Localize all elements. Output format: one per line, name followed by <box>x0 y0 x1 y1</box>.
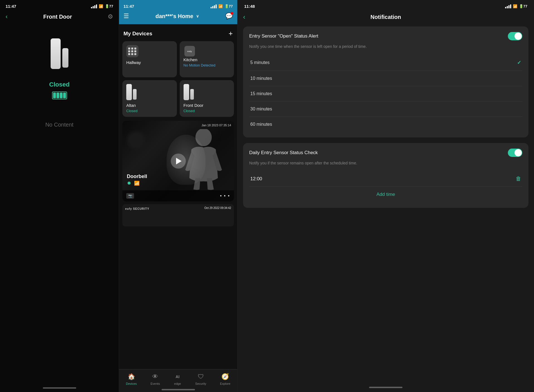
hamburger-menu-icon[interactable]: ☰ <box>123 13 129 20</box>
time-option-30min[interactable]: 30 minutes <box>249 102 522 117</box>
delete-time-button[interactable]: 🗑 <box>516 176 521 182</box>
nav-item-edge[interactable]: AI edge <box>174 373 181 385</box>
video-timestamp: Jan 18 2023 07:35:14 <box>202 124 231 127</box>
status-icons-p3: 📶 🔋77 <box>505 4 527 8</box>
battery-icon-p1: 🔋77 <box>105 4 113 8</box>
time-option-30min-label: 30 minutes <box>250 107 272 112</box>
frontdoor-sensor-tag <box>190 89 194 100</box>
scheduled-time-value: 12:00 <box>250 176 262 182</box>
no-content-label: No Content <box>45 122 73 128</box>
entry-alert-toggle[interactable] <box>508 32 522 40</box>
add-time-button[interactable]: Add time <box>249 187 522 202</box>
nav-item-events[interactable]: 👁 Events <box>150 373 160 385</box>
battery-wrapper <box>52 92 67 99</box>
chat-icon[interactable]: 💬 <box>225 13 233 20</box>
time-option-10min[interactable]: 10 minutes <box>249 71 522 86</box>
battery-icon-p2: 🔋77 <box>224 4 233 8</box>
security-nav-label: Security <box>195 382 206 385</box>
panel-home-devices: 11:47 📶 🔋77 ☰ dan***'s Home ∨ <box>119 0 238 392</box>
sensor-body <box>51 38 61 69</box>
nav-item-explore[interactable]: 🧭 Explore <box>220 373 230 385</box>
frontdoor-device-name: Front Door <box>184 103 204 108</box>
video-record-button[interactable]: 📷 <box>126 193 134 199</box>
time-option-60min[interactable]: 60 minutes <box>249 117 522 132</box>
scheduled-time-row: 12:00 🗑 <box>249 171 522 187</box>
home-indicator-p1 <box>43 387 76 389</box>
time-option-15min[interactable]: 15 minutes <box>249 86 522 102</box>
altan-sensor-tag <box>133 89 137 100</box>
video-more-button[interactable]: • • • <box>220 193 230 198</box>
wifi-icon-p3: 📶 <box>513 4 517 8</box>
device-card-frontdoor[interactable]: Front Door Closed <box>180 80 234 117</box>
time-options-list: 5 minutes ✓ 10 minutes 15 minutes 30 min… <box>249 55 522 132</box>
time-option-60min-label: 60 minutes <box>250 122 272 127</box>
explore-nav-label: Explore <box>220 382 230 385</box>
daily-check-toggle[interactable] <box>508 149 522 157</box>
video-controls-bar: 📷 • • • <box>122 190 234 201</box>
video-second[interactable]: eufy SECURITY Oct 29 2022 09:34:42 <box>122 204 234 226</box>
checkmark-5min: ✓ <box>517 60 521 66</box>
entry-alert-header-row: Entry Sensor "Open" Status Alert <box>249 32 522 40</box>
play-button[interactable] <box>171 154 186 169</box>
home-title: dan***'s Home ∨ <box>155 13 199 19</box>
altan-sensor-body <box>126 84 132 100</box>
device-card-hallway[interactable]: Hallway <box>122 41 177 77</box>
p2-status-bar: 11:47 📶 🔋77 <box>123 4 233 9</box>
play-icon <box>176 158 182 164</box>
daily-check-header-row: Daily Entry Sensor Status Check <box>249 149 522 157</box>
time-option-10min-label: 10 minutes <box>250 76 272 81</box>
chevron-down-icon[interactable]: ∨ <box>196 14 199 18</box>
daily-check-description: Notify you if the sensor remains open af… <box>249 160 522 166</box>
security-nav-icon: 🛡 <box>197 373 205 381</box>
edge-nav-icon: AI <box>174 373 181 381</box>
keypad-icon <box>128 48 137 55</box>
nav-item-security[interactable]: 🛡 Security <box>195 373 206 385</box>
nav-item-devices[interactable]: 🏠 Devices <box>126 373 137 385</box>
add-device-button[interactable]: + <box>229 29 233 38</box>
devices-nav-icon: 🏠 <box>127 373 135 381</box>
frontdoor-sensor-body <box>184 84 189 100</box>
devices-nav-label: Devices <box>126 382 137 385</box>
wifi-icon-p2: 📶 <box>218 4 223 8</box>
signal-icon-p3 <box>505 4 511 8</box>
video-doorbell[interactable]: Jan 18 2023 07:35:14 Doorbell ⏺ 📶 📷 • • … <box>122 121 234 201</box>
page-title-p1: Front Door <box>43 14 72 20</box>
wifi-icon-p1: 📶 <box>99 4 103 8</box>
events-nav-icon: 👁 <box>151 373 159 381</box>
svg-point-0 <box>196 129 212 146</box>
video-label: Doorbell ⏺ 📶 <box>127 174 147 186</box>
device-card-altan[interactable]: Altan Closed <box>122 80 177 117</box>
settings-icon-p1[interactable]: ⚙ <box>108 13 113 20</box>
notification-badge <box>231 12 233 15</box>
video-timestamp2: Oct 29 2022 09:34:42 <box>204 206 231 209</box>
hallway-icon-box <box>126 45 139 57</box>
wifi-status-icon: 📶 <box>134 181 140 186</box>
eufy-logo: eufy SECURITY <box>125 206 149 211</box>
home-indicator-p3 <box>369 387 402 388</box>
time-option-5min-label: 5 minutes <box>250 60 270 65</box>
time-option-5min[interactable]: 5 minutes ✓ <box>249 55 522 71</box>
daily-sensor-check-card: Daily Entry Sensor Status Check Notify y… <box>243 143 528 208</box>
back-button-p3[interactable]: ‹ <box>243 13 245 21</box>
recording-status-icon: ⏺ <box>127 181 131 186</box>
trees-decoration <box>125 129 147 151</box>
explore-nav-icon: 🧭 <box>221 373 229 381</box>
sensor-tag <box>62 48 68 68</box>
signal-icon-p1 <box>91 4 97 8</box>
notification-page-title: Notification <box>370 14 401 20</box>
kitchen-device-icon: eufy <box>184 46 195 56</box>
altan-device-name: Altan <box>126 103 136 108</box>
battery-cell-1 <box>53 93 56 98</box>
p3-status-bar: 11:48 📶 🔋77 <box>238 0 534 10</box>
signal-icon-p2 <box>211 4 217 8</box>
altan-device-status: Closed <box>126 109 137 113</box>
status-time-p1: 11:47 <box>6 4 16 9</box>
status-icons-p1: 📶 🔋77 <box>91 4 113 8</box>
edge-nav-label: edge <box>174 382 181 385</box>
p3-header: ‹ Notification <box>238 10 534 26</box>
back-button-p1[interactable]: ‹ <box>6 13 8 20</box>
p1-header: ‹ Front Door ⚙ <box>0 10 119 26</box>
battery-cell-3 <box>60 93 63 98</box>
status-bar-p1: 11:47 📶 🔋77 <box>0 0 119 10</box>
device-card-kitchen[interactable]: eufy Kitchen No Motion Detected <box>180 41 234 77</box>
